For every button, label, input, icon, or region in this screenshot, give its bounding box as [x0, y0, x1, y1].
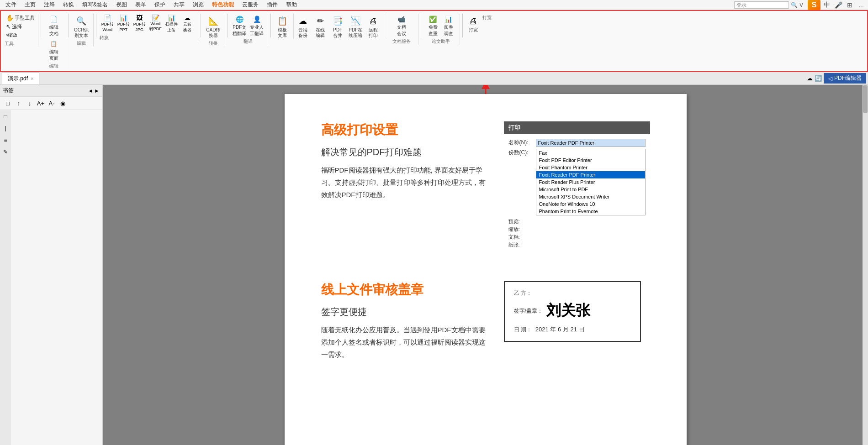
menu-item-plugin[interactable]: 插件 [263, 0, 281, 10]
doc-tab-close[interactable]: × [31, 76, 33, 81]
sidebar-font-down-icon[interactable]: A- [47, 98, 57, 108]
toolbar-content: ✋ 手型工具 ↖ 选择 √缩放 工具 📄 编辑 文档 [4, 13, 864, 70]
printer-ms-xps[interactable]: Microsoft XPS Document Writer [536, 193, 645, 200]
sidebar-content: □ | ≡ ✎ [0, 110, 102, 445]
menu-item-file[interactable]: 文件 [2, 0, 20, 10]
sidebar-left-icon-3[interactable]: ≡ [1, 136, 10, 145]
menu-item-special[interactable]: 特色功能 [208, 0, 238, 10]
sig-date-row: 日 期： 2021 年 6 月 21 日 [514, 325, 631, 334]
ocr-btn[interactable]: 🔍 OCR识 别文本 [72, 14, 90, 39]
menu-item-cloud[interactable]: 云服务 [238, 0, 262, 10]
doc-label: 文档: [508, 234, 527, 241]
print-details: 预览: 缩放: 文档: 纸张: [508, 218, 646, 248]
online-edit-btn[interactable]: ✏ 在线 编辑 [312, 14, 328, 39]
cloud-sync-icon[interactable]: 🔄 [815, 75, 822, 82]
cloud-icon[interactable]: ☁ [807, 75, 813, 82]
print-dialog-title: 打印 [504, 121, 650, 134]
sidebar-down-icon[interactable]: ↓ [25, 98, 35, 108]
edit-doc-btn[interactable]: 📄 编辑 文档 [47, 14, 61, 37]
pdf-to-word-btn[interactable]: 📄 PDF转 Word [100, 14, 115, 34]
content-area: 高级打印设置 解决常见的PDF打印难题 福昕PDF阅读器拥有强大的打印功能, 界… [103, 85, 868, 445]
more-icon[interactable]: ... [856, 0, 866, 10]
print-printer-list[interactable]: Fax Foxit PDF Editor Printer Foxit Phant… [536, 149, 646, 215]
sidebar-font-up-icon[interactable]: A+ [36, 98, 46, 108]
sidebar-header: 书签 ◄ ► [0, 85, 102, 97]
pdf-translate-btn[interactable]: 🌐 PDF文 档翻译 [231, 14, 248, 37]
sidebar-left-icon-2[interactable]: | [1, 124, 10, 133]
scroll-container: 高级打印设置 解决常见的PDF打印难题 福昕PDF阅读器拥有强大的打印功能, 界… [103, 85, 868, 445]
menu-item-view[interactable]: 视图 [112, 0, 131, 10]
main-layout: 书签 ◄ ► □ ↑ ↓ A+ A- ◉ □ | ≡ ✎ [0, 85, 868, 445]
printer-phantom-evernote[interactable]: Phantom Print to Evernote [536, 208, 645, 215]
mic-icon[interactable]: 🎤 [833, 0, 843, 10]
section1-subtitle: 解决常见的PDF打印难题 [321, 146, 486, 158]
printer-foxit-reader-plus[interactable]: Foxit Reader Plus Printer [536, 178, 645, 186]
menu-item-convert[interactable]: 转换 [59, 0, 78, 10]
menu-bar: 文件 主页 注释 转换 填写&签名 视图 表单 保护 共享 浏览 特色功能 云服… [0, 0, 868, 10]
pdf-to-jpg-btn[interactable]: 🖼 PDF转 JPG [132, 14, 147, 34]
menu-item-share[interactable]: 共享 [170, 0, 188, 10]
section-signature-text: 线上文件审核盖章 签字更便捷 随着无纸化办公应用普及。当遇到使用PDF文档中需要… [321, 281, 486, 379]
pro-translate-btn[interactable]: 👤 专业人 工翻译 [249, 14, 265, 37]
menu-item-browse[interactable]: 浏览 [189, 0, 207, 10]
printer-foxit-reader[interactable]: Foxit Reader PDF Printer [536, 171, 645, 178]
print-wide-btn[interactable]: 🖨 打宽 [465, 14, 482, 34]
chinese-input-icon[interactable]: 中 [822, 0, 832, 10]
free-check-btn[interactable]: ✅ 免费 查重 [426, 14, 440, 37]
select-tool-btn[interactable]: ↖ 选择 [5, 23, 23, 31]
cloud-convert-btn[interactable]: ☁ 云转 换器 [180, 14, 195, 34]
sogou-logo: S [808, 0, 820, 10]
sidebar-up-icon[interactable]: ↑ [14, 98, 24, 108]
search-input[interactable] [734, 1, 789, 9]
search-icon[interactable]: 🔍 [791, 2, 798, 8]
arrow-left-icon: ◁ [828, 75, 832, 82]
cad-convert-btn[interactable]: 📐 CAD转 换器 [204, 14, 222, 39]
doc-meeting-btn[interactable]: 📹 文档 会议 [394, 14, 409, 37]
sidebar-bookmark-icon[interactable]: □ [3, 98, 13, 108]
print-name-label: 名称(N): [508, 139, 536, 147]
doc-tab[interactable]: 演示.pdf × [2, 73, 39, 84]
edit-page-btn[interactable]: 📋 编辑 页面 [47, 38, 61, 62]
menu-item-comment[interactable]: 注释 [40, 0, 58, 10]
doc-tab-name: 演示.pdf [8, 75, 28, 83]
vertical-scrollbar[interactable] [863, 85, 868, 445]
printer-fax[interactable]: Fax [536, 149, 645, 157]
sidebar-left-icon-4[interactable]: ✎ [1, 147, 10, 157]
printer-ms-pdf[interactable]: Microsoft Print to PDF [536, 186, 645, 193]
settings-icon: V [799, 2, 803, 8]
word-to-pdf-btn[interactable]: 📝 Word 转PDF [148, 14, 163, 34]
signature-box: 乙 方： 签字/盖章： 刘关张 日 期： 2021 年 6 月 21 日 [504, 281, 641, 342]
sidebar-nav-next[interactable]: ► [94, 88, 100, 94]
menu-item-home[interactable]: 主页 [21, 0, 39, 10]
pdf-merge-btn[interactable]: 📑 PDF 合并 [329, 14, 346, 39]
template-btn[interactable]: 📋 模板 文库 [274, 14, 291, 39]
menu-item-protect[interactable]: 保护 [151, 0, 169, 10]
sidebar-settings-icon[interactable]: ◉ [58, 98, 68, 108]
print-copies-label: 份数(C): [508, 149, 536, 157]
printer-foxit-editor[interactable]: Foxit PDF Editor Printer [536, 157, 645, 164]
menu-item-sign[interactable]: 填写&签名 [79, 0, 111, 10]
scrollbar-thumb[interactable] [863, 85, 868, 113]
hand-tool-btn[interactable]: ✋ 手型工具 [5, 14, 36, 22]
cloud-backup-btn[interactable]: ☁ 云端 备份 [295, 14, 311, 39]
pdf-compress-btn[interactable]: 📉 PDF在 线压缩 [347, 14, 364, 39]
printer-onenote[interactable]: OneNote for Windows 10 [536, 200, 645, 208]
grid-icon[interactable]: ⊞ [845, 0, 855, 10]
collapse-btn[interactable]: √缩放 [5, 31, 19, 39]
tab-bar: 演示.pdf × ☁ 🔄 ◁ PDF编辑器 [0, 72, 868, 85]
pdf-to-excel-btn[interactable]: 📊 扫描件 上传 [164, 14, 179, 34]
sidebar-title: 书签 [3, 87, 14, 94]
reading-survey-btn[interactable]: 📊 阅卷 调查 [441, 14, 456, 37]
menu-item-help[interactable]: 帮助 [282, 0, 301, 10]
sidebar: 书签 ◄ ► □ ↑ ↓ A+ A- ◉ □ | ≡ ✎ [0, 85, 103, 445]
printer-foxit-phantom[interactable]: Foxit Phantom Printer [536, 164, 645, 171]
pdf-editor-button[interactable]: ◁ PDF编辑器 [824, 73, 866, 84]
pdf-page: 高级打印设置 解决常见的PDF打印难题 福昕PDF阅读器拥有强大的打印功能, 界… [285, 94, 687, 445]
zoom-label: 缩放: [508, 226, 527, 233]
remote-print-btn[interactable]: 🖨 远程 打印 [365, 14, 381, 39]
sidebar-nav-prev[interactable]: ◄ [88, 88, 93, 94]
pdf-to-ppt-btn[interactable]: 📊 PDF转 PPT [116, 14, 131, 34]
sidebar-left-icon-1[interactable]: □ [1, 112, 10, 121]
print-name-input[interactable]: Foxit Reader PDF Printer [536, 139, 646, 147]
menu-item-form[interactable]: 表单 [132, 0, 150, 10]
